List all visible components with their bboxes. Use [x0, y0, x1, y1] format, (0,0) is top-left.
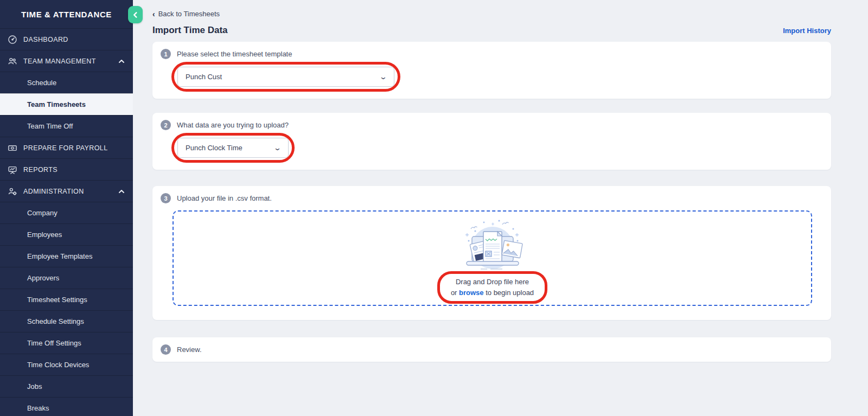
sidebar-item-team-management[interactable]: TEAM MANAGEMENT — [0, 50, 133, 72]
timesheet-template-select[interactable]: Punch Cust ⌄ — [177, 67, 394, 87]
sidebar-item-time-off-settings[interactable]: Time Off Settings — [0, 332, 133, 354]
step2-label: What data are you trying to upload? — [177, 121, 289, 129]
sidebar-item-label: Employees — [27, 231, 62, 239]
step1-header: 1 Please select the timesheet template — [161, 49, 823, 59]
sidebar-item-prepare-for-payroll[interactable]: PREPARE FOR PAYROLL — [0, 137, 133, 158]
file-dropzone[interactable]: Drag and Drop file here or browse to beg… — [173, 210, 812, 306]
payroll-icon — [8, 143, 17, 153]
sidebar-item-label: TEAM MANAGEMENT — [23, 57, 96, 65]
administration-icon — [8, 187, 17, 196]
sidebar-item-label: PREPARE FOR PAYROLL — [23, 144, 108, 152]
reports-icon — [8, 165, 17, 175]
step3-card: 3 Upload your file in .csv format. — [152, 186, 831, 320]
sidebar-item-label: Team Timesheets — [27, 100, 86, 108]
upload-data-type-value: Punch Clock Time — [186, 144, 242, 152]
app-title: TIME & ATTENDANCE — [0, 0, 133, 28]
sidebar-item-schedule-settings[interactable]: Schedule Settings — [0, 310, 133, 332]
sidebar-item-label: DASHBOARD — [23, 36, 68, 43]
back-link-label: Back to Timesheets — [158, 10, 220, 18]
sidebar-item-reports[interactable]: REPORTS — [0, 158, 133, 180]
sidebar-item-approvers[interactable]: Approvers — [0, 267, 133, 289]
step4-label: Review. — [177, 345, 202, 354]
team-icon — [8, 56, 17, 66]
sidebar-collapse-button[interactable] — [128, 6, 143, 23]
sidebar-item-label: Approvers — [27, 274, 59, 282]
drop-or-text: or — [451, 289, 459, 297]
step4-card: 4 Review. — [152, 337, 831, 362]
sidebar-item-label: Team Time Off — [27, 122, 73, 130]
sidebar-item-label: Employee Templates — [27, 252, 92, 260]
page-title: Import Time Data — [152, 25, 228, 36]
chevron-down-icon: ⌄ — [379, 73, 387, 81]
drop-text-line2: or browse to begin upload — [451, 287, 534, 298]
sidebar-item-timesheet-settings[interactable]: Timesheet Settings — [0, 289, 133, 310]
import-history-link[interactable]: Import History — [783, 27, 831, 35]
sidebar-item-label: Schedule — [27, 79, 56, 87]
step1-card: 1 Please select the timesheet template P… — [152, 42, 831, 99]
step1-label: Please select the timesheet template — [177, 50, 292, 58]
annotation-oval-drop: Drag and Drop file here or browse to beg… — [437, 271, 547, 304]
sidebar-item-team-time-off[interactable]: Team Time Off — [0, 115, 133, 137]
sidebar-item-label: Time Clock Devices — [27, 361, 89, 369]
annotation-oval-step1: Punch Cust ⌄ — [171, 62, 400, 92]
sidebar-item-jobs[interactable]: Jobs — [0, 375, 133, 397]
step3-header: 3 Upload your file in .csv format. — [161, 193, 823, 203]
upload-data-type-select[interactable]: Punch Clock Time ⌄ — [177, 138, 289, 158]
sidebar-item-employee-templates[interactable]: Employee Templates — [0, 245, 133, 267]
sidebar-item-label: Company — [27, 209, 58, 217]
annotation-oval-step2: Punch Clock Time ⌄ — [171, 133, 295, 163]
drop-suffix-text: to begin upload — [484, 289, 534, 297]
step4-badge: 4 — [161, 344, 171, 355]
step3-badge: 3 — [161, 193, 171, 203]
drop-text-line1: Drag and Drop file here — [451, 277, 534, 287]
sidebar-item-label: ADMINISTRATION — [23, 188, 84, 195]
sidebar-item-dashboard[interactable]: DASHBOARD — [0, 28, 133, 50]
app-window: TIME & ATTENDANCE DASHBOARD TEAM MANAGEM… — [0, 0, 868, 416]
main-content: ‹ Back to Timesheets Import Time Data Im… — [133, 0, 868, 416]
sidebar-item-team-timesheets[interactable]: Team Timesheets — [0, 93, 133, 115]
timesheet-template-value: Punch Cust — [186, 73, 222, 81]
sidebar-item-label: Schedule Settings — [27, 317, 84, 325]
chevron-left-icon: ‹ — [152, 10, 155, 18]
sidebar-item-administration[interactable]: ADMINISTRATION — [0, 180, 133, 202]
sidebar-item-label: Time Off Settings — [27, 339, 81, 347]
sidebar-item-label: Jobs — [27, 382, 42, 391]
dashboard-icon — [8, 35, 17, 44]
browse-link[interactable]: browse — [459, 289, 484, 297]
chevron-up-icon — [118, 57, 125, 65]
sidebar-item-employees[interactable]: Employees — [0, 223, 133, 245]
page-header: Import Time Data Import History — [152, 25, 831, 36]
sidebar-item-label: Timesheet Settings — [27, 296, 87, 304]
sidebar-item-label: Breaks — [27, 404, 49, 412]
back-to-timesheets-link[interactable]: ‹ Back to Timesheets — [152, 0, 220, 18]
chevron-down-icon: ⌄ — [273, 144, 282, 152]
step1-badge: 1 — [161, 49, 171, 59]
step3-label: Upload your file in .csv format. — [177, 194, 272, 202]
sidebar-item-time-clock-devices[interactable]: Time Clock Devices — [0, 354, 133, 375]
step2-header: 2 What data are you trying to upload? — [161, 120, 823, 130]
sidebar-item-company[interactable]: Company — [0, 202, 133, 223]
chevron-left-icon — [132, 11, 139, 18]
sidebar-item-schedule[interactable]: Schedule — [0, 72, 133, 93]
step2-badge: 2 — [161, 120, 171, 130]
chevron-up-icon — [118, 188, 125, 195]
upload-illustration — [449, 217, 536, 271]
sidebar-item-breaks[interactable]: Breaks — [0, 397, 133, 416]
step4-header: 4 Review. — [161, 344, 823, 355]
step2-card: 2 What data are you trying to upload? Pu… — [152, 113, 831, 170]
sidebar-item-label: REPORTS — [23, 166, 58, 174]
sidebar: TIME & ATTENDANCE DASHBOARD TEAM MANAGEM… — [0, 0, 133, 416]
